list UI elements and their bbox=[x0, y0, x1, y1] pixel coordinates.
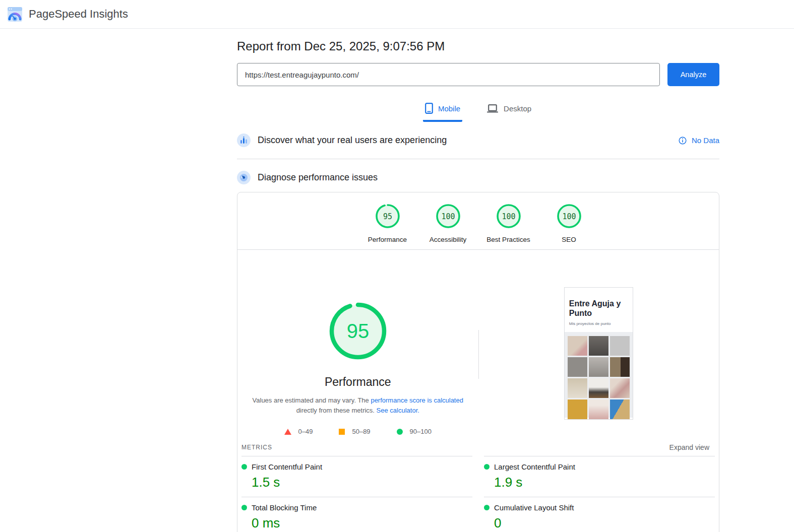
report-title: Report from Dec 25, 2025, 9:07:56 PM bbox=[237, 39, 719, 53]
score-performance[interactable]: 95 Performance bbox=[357, 204, 418, 243]
pass-dot-icon bbox=[241, 505, 247, 510]
vertical-divider bbox=[478, 330, 479, 379]
score-label: Accessibility bbox=[418, 236, 478, 243]
metric-cls[interactable]: Cumulative Layout Shift 0 bbox=[484, 497, 715, 532]
score-legend: 0–49 50–89 90–100 bbox=[237, 428, 478, 435]
metric-value: 1.9 s bbox=[494, 475, 715, 490]
expand-view-button[interactable]: Expand view bbox=[669, 443, 709, 451]
legend-pass: 90–100 bbox=[397, 428, 432, 435]
app-title: PageSpeed Insights bbox=[29, 8, 128, 21]
pass-dot-icon bbox=[484, 505, 490, 510]
metric-label: First Contentful Paint bbox=[252, 462, 322, 471]
no-data-label: No Data bbox=[692, 136, 719, 145]
metric-label: Cumulative Layout Shift bbox=[494, 503, 574, 512]
score-best-practices[interactable]: 100 Best Practices bbox=[478, 204, 539, 243]
seo-score-gauge: 100 bbox=[557, 204, 581, 228]
tab-mobile-label: Mobile bbox=[438, 104, 460, 113]
metrics-grid: First Contentful Paint 1.5 s Total Block… bbox=[241, 456, 715, 532]
metrics-column-right: Largest Contentful Paint 1.9 s Cumulativ… bbox=[484, 456, 715, 532]
url-input[interactable] bbox=[237, 63, 660, 86]
svg-text:95: 95 bbox=[347, 320, 370, 342]
photo-cell bbox=[568, 336, 587, 356]
metric-lcp[interactable]: Largest Contentful Paint 1.9 s bbox=[484, 456, 715, 497]
photo-cell bbox=[610, 378, 630, 398]
metric-value: 1.5 s bbox=[252, 475, 472, 490]
metrics-column-left: First Contentful Paint 1.5 s Total Block… bbox=[241, 456, 472, 532]
lab-data-row: Diagnose performance issues bbox=[237, 171, 719, 184]
disclaimer-text: directly from these metrics. bbox=[296, 407, 377, 414]
performance-summary: 95 Performance Values are estimated and … bbox=[237, 250, 719, 439]
photo-cell bbox=[589, 336, 608, 356]
photo-cell bbox=[589, 400, 608, 419]
metric-label: Total Blocking Time bbox=[252, 503, 317, 512]
score-label: Best Practices bbox=[478, 236, 539, 243]
pass-dot-icon bbox=[241, 464, 247, 470]
photo-cell bbox=[568, 378, 587, 398]
pagespeed-logo-icon[interactable] bbox=[7, 7, 23, 22]
performance-main-gauge: 95 bbox=[329, 302, 387, 360]
see-calculator-link[interactable]: See calculator. bbox=[377, 407, 419, 414]
metric-tbt[interactable]: Total Blocking Time 0 ms bbox=[241, 497, 472, 532]
section-divider bbox=[237, 159, 719, 159]
photo-cell bbox=[589, 378, 608, 398]
score-seo[interactable]: 100 SEO bbox=[539, 204, 599, 243]
performance-gauge-area: 95 Performance Values are estimated and … bbox=[237, 250, 478, 439]
metric-value: 0 ms bbox=[252, 515, 472, 531]
performance-heading: Performance bbox=[237, 375, 478, 389]
disclaimer-text: Values are estimated and may vary. The bbox=[253, 396, 371, 404]
svg-text:100: 100 bbox=[441, 212, 455, 221]
tab-mobile[interactable]: Mobile bbox=[423, 100, 462, 122]
thumbnail-header: Entre Aguja y Punto Mis proyectos de pun… bbox=[565, 288, 633, 332]
score-label: SEO bbox=[539, 236, 599, 243]
average-square-icon bbox=[339, 429, 345, 435]
app-header: PageSpeed Insights bbox=[0, 0, 794, 29]
photo-cell bbox=[610, 357, 630, 377]
field-data-row: Discover what your real users are experi… bbox=[237, 134, 719, 147]
score-accessibility[interactable]: 100 Accessibility bbox=[418, 204, 478, 243]
metric-label: Largest Contentful Paint bbox=[494, 462, 575, 471]
legend-average: 50–89 bbox=[339, 428, 370, 435]
photo-cell bbox=[610, 336, 630, 356]
legend-range: 50–89 bbox=[352, 428, 370, 435]
photo-cell bbox=[568, 357, 587, 377]
svg-text:100: 100 bbox=[502, 212, 515, 221]
fail-triangle-icon bbox=[284, 429, 291, 435]
thumbnail-site-title: Entre Aguja y Punto bbox=[569, 299, 628, 318]
pass-dot-icon bbox=[484, 464, 490, 470]
main-content: Report from Dec 25, 2025, 9:07:56 PM Ana… bbox=[237, 29, 719, 532]
tab-desktop[interactable]: Desktop bbox=[484, 100, 533, 122]
calc-link[interactable]: performance score is calculated bbox=[371, 396, 463, 404]
report-card: 95 Performance 100 Accessibility 100 Be bbox=[237, 192, 719, 532]
page-screenshot-thumbnail[interactable]: Entre Aguja y Punto Mis proyectos de pun… bbox=[564, 287, 633, 420]
pass-circle-icon bbox=[397, 429, 403, 435]
photo-cell bbox=[568, 400, 587, 419]
smartphone-icon bbox=[425, 103, 433, 114]
analyze-button[interactable]: Analyze bbox=[667, 63, 719, 86]
thumbnail-photo-grid bbox=[565, 332, 633, 418]
lab-data-title: Diagnose performance issues bbox=[258, 172, 378, 183]
category-scores: 95 Performance 100 Accessibility 100 Be bbox=[237, 192, 719, 249]
legend-fail: 0–49 bbox=[284, 428, 313, 435]
metrics-heading: METRICS bbox=[241, 444, 272, 451]
photo-cell bbox=[589, 357, 608, 377]
lab-data-icon bbox=[237, 171, 251, 184]
no-data-link[interactable]: No Data bbox=[679, 136, 719, 145]
laptop-icon bbox=[486, 104, 499, 113]
info-icon bbox=[679, 137, 687, 145]
performance-score-gauge: 95 bbox=[376, 204, 400, 228]
photo-cell bbox=[610, 400, 630, 419]
thumbnail-site-subtitle: Mis proyectos de punto bbox=[569, 321, 628, 326]
metrics-section: METRICS Expand view First Contentful Pai… bbox=[237, 439, 719, 532]
score-disclaimer: Values are estimated and may vary. The p… bbox=[252, 395, 464, 416]
field-data-icon bbox=[237, 134, 251, 147]
best-practices-score-gauge: 100 bbox=[497, 204, 521, 228]
metric-fcp[interactable]: First Contentful Paint 1.5 s bbox=[241, 456, 472, 497]
score-label: Performance bbox=[357, 236, 418, 243]
legend-range: 90–100 bbox=[410, 428, 432, 435]
tab-desktop-label: Desktop bbox=[504, 104, 531, 113]
screenshot-area: Entre Aguja y Punto Mis proyectos de pun… bbox=[478, 250, 719, 439]
svg-text:95: 95 bbox=[383, 212, 392, 221]
accessibility-score-gauge: 100 bbox=[436, 204, 460, 228]
url-row: Analyze bbox=[237, 63, 719, 86]
field-data-title: Discover what your real users are experi… bbox=[258, 135, 447, 146]
